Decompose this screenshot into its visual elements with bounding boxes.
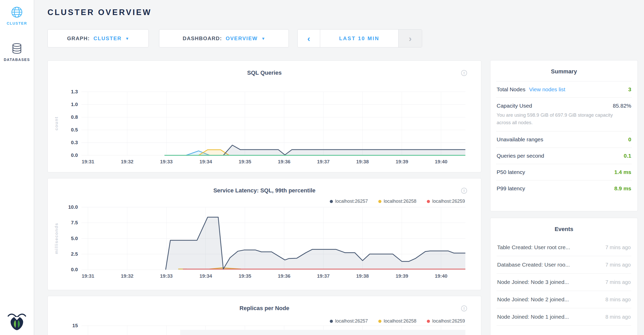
summary-panel: Summary Total Nodes View nodes list 3 Ca… bbox=[490, 60, 638, 211]
event-row: Node Joined: Node 1 joined... 8 mins ago bbox=[497, 308, 631, 326]
legend-item[interactable]: localhost:26259 bbox=[427, 318, 465, 324]
time-next-button[interactable] bbox=[398, 30, 422, 47]
summary-row-label: P99 latency bbox=[497, 185, 525, 192]
event-time: 7 mins ago bbox=[605, 262, 631, 268]
legend-dot-icon bbox=[378, 320, 381, 323]
database-icon bbox=[11, 43, 23, 54]
sidebar: CLUSTER DATABASES bbox=[0, 0, 34, 335]
event-time: 7 mins ago bbox=[605, 245, 631, 250]
event-text: Database Created: User roo... bbox=[497, 262, 570, 268]
service-latency-plot[interactable] bbox=[81, 207, 465, 270]
summary-row-value: 0.1 bbox=[624, 153, 631, 159]
dashboard-select-label: DASHBOARD: bbox=[183, 36, 222, 41]
cockroachdb-logo bbox=[7, 311, 27, 332]
replicas-per-node-chart-card: Replicas per Node localhost:26257 localh… bbox=[47, 296, 481, 335]
time-range-button[interactable]: LAST 10 MIN bbox=[320, 30, 398, 47]
sidebar-item-label: DATABASES bbox=[4, 58, 30, 62]
legend-dot-icon bbox=[330, 320, 333, 323]
chart-legend: localhost:26257 localhost:26258 localhos… bbox=[330, 199, 465, 204]
info-icon[interactable] bbox=[461, 70, 467, 76]
summary-row-capacity-used: Capacity Used 85.82% You are using 598.9… bbox=[496, 97, 632, 131]
time-range-selector: LAST 10 MIN bbox=[297, 29, 422, 47]
legend-item[interactable]: localhost:26259 bbox=[427, 199, 465, 204]
legend-item[interactable]: localhost:26257 bbox=[330, 318, 368, 324]
summary-row-label: Capacity Used bbox=[497, 103, 532, 109]
graph-select-value: CLUSTER bbox=[93, 36, 121, 41]
legend-item[interactable]: localhost:26258 bbox=[378, 199, 416, 204]
sidebar-item-databases[interactable]: DATABASES bbox=[0, 43, 34, 62]
summary-row-label: Total Nodes bbox=[497, 86, 525, 93]
time-prev-button[interactable] bbox=[298, 30, 320, 47]
event-row: Database Created: User roo... 7 mins ago bbox=[497, 256, 631, 274]
event-row: Table Created: User root cre... 7 mins a… bbox=[497, 239, 631, 256]
chevron-down-icon bbox=[125, 37, 129, 40]
event-row: Node Joined: Node 2 joined... 8 mins ago bbox=[497, 291, 631, 308]
summary-row-value: 1.4 ms bbox=[614, 169, 631, 175]
summary-row-value: 3 bbox=[628, 86, 631, 93]
info-icon[interactable] bbox=[461, 188, 467, 194]
summary-row-unavailable-ranges: Unavailable ranges 0 bbox=[496, 131, 632, 148]
summary-title: Summary bbox=[496, 60, 632, 81]
event-row: Node Joined: Node 3 joined... 7 mins ago bbox=[497, 274, 631, 291]
event-time: 8 mins ago bbox=[605, 314, 631, 320]
y-axis-unit-label: count bbox=[54, 92, 59, 155]
legend-item[interactable]: localhost:26258 bbox=[378, 318, 416, 324]
summary-row-value: 85.82% bbox=[613, 103, 631, 109]
graph-select[interactable]: GRAPH: CLUSTER bbox=[47, 29, 149, 47]
legend-dot-icon bbox=[427, 200, 430, 203]
event-text: Table Created: User root cre... bbox=[497, 244, 570, 250]
event-time: 8 mins ago bbox=[605, 297, 631, 303]
events-title: Events bbox=[497, 218, 631, 239]
chevron-right-icon bbox=[409, 34, 412, 43]
summary-row-queries-per-second: Queries per second 0.1 bbox=[496, 148, 632, 164]
page-title: CLUSTER OVERVIEW bbox=[47, 8, 152, 17]
summary-row-label: P50 latency bbox=[497, 169, 525, 175]
chart-title: Replicas per Node bbox=[48, 305, 481, 312]
cockroach-bug-icon bbox=[7, 311, 27, 332]
event-text: Node Joined: Node 2 joined... bbox=[497, 296, 569, 303]
legend-dot-icon bbox=[378, 200, 381, 203]
summary-row-label: Queries per second bbox=[497, 153, 544, 159]
legend-item[interactable]: localhost:26257 bbox=[330, 199, 368, 204]
event-text: Node Joined: Node 3 joined... bbox=[497, 279, 569, 285]
sidebar-item-cluster[interactable]: CLUSTER bbox=[0, 6, 34, 25]
sidebar-item-label: CLUSTER bbox=[7, 21, 27, 25]
summary-row-total-nodes: Total Nodes View nodes list 3 bbox=[496, 81, 632, 97]
summary-row-label: Unavailable ranges bbox=[497, 136, 543, 143]
summary-row-p50-latency: P50 latency 1.4 ms bbox=[496, 164, 632, 180]
events-panel: Events Table Created: User root cre... 7… bbox=[490, 218, 638, 335]
dashboard-select-value: OVERVIEW bbox=[226, 36, 258, 41]
graph-select-label: GRAPH: bbox=[67, 36, 90, 41]
sql-queries-plot[interactable] bbox=[81, 92, 465, 155]
legend-dot-icon bbox=[427, 320, 430, 323]
sql-queries-chart-card: SQL Queries count 0.00.30.50.81.01.3 19:… bbox=[47, 60, 481, 172]
capacity-subtext: You are using 598.9 GiB of 697.9 GiB sto… bbox=[497, 111, 616, 126]
chevron-down-icon bbox=[261, 37, 265, 40]
chart-legend: localhost:26257 localhost:26258 localhos… bbox=[330, 318, 465, 324]
legend-dot-icon bbox=[330, 200, 333, 203]
summary-row-p99-latency: P99 latency 8.9 ms bbox=[496, 180, 632, 197]
dashboard-select[interactable]: DASHBOARD: OVERVIEW bbox=[159, 29, 289, 47]
service-latency-chart-card: Service Latency: SQL, 99th percentile lo… bbox=[47, 178, 481, 290]
globe-icon bbox=[11, 6, 23, 18]
event-time: 7 mins ago bbox=[605, 279, 631, 285]
event-text: Node Joined: Node 1 joined... bbox=[497, 314, 569, 320]
summary-row-value: 0 bbox=[628, 136, 631, 143]
summary-row-value: 8.9 ms bbox=[614, 185, 631, 192]
view-nodes-list-link[interactable]: View nodes list bbox=[529, 86, 565, 93]
chart-title: SQL Queries bbox=[48, 69, 481, 76]
replicas-per-node-plot[interactable] bbox=[81, 326, 465, 335]
chart-title: Service Latency: SQL, 99th percentile bbox=[48, 187, 481, 194]
chevron-left-icon bbox=[307, 34, 310, 43]
info-icon[interactable] bbox=[461, 305, 467, 311]
